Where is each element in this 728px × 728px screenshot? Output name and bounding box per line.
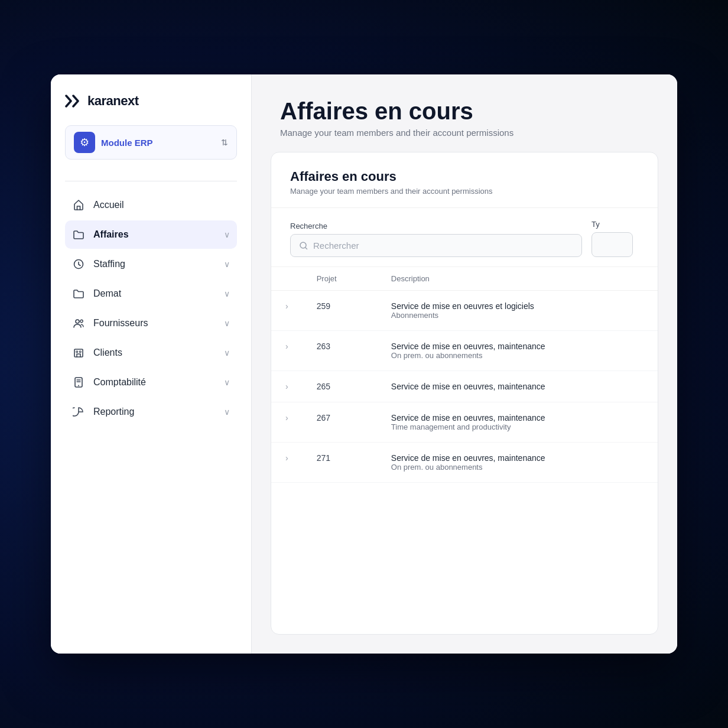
row-chevron-icon[interactable]: › — [285, 301, 288, 311]
search-icon — [299, 241, 308, 251]
home-icon — [72, 199, 85, 212]
table-row[interactable]: › 263 Service de mise en oeuvres, mainte… — [271, 331, 658, 371]
row-expand-cell[interactable]: › — [271, 443, 303, 483]
project-number: 259 — [317, 301, 330, 311]
sidebar-divider — [65, 181, 237, 181]
search-field-wrap: Recherche — [290, 222, 582, 257]
folder-icon — [72, 228, 85, 241]
sidebar-item-demat[interactable]: Demat ∨ — [65, 280, 237, 308]
project-number: 271 — [317, 453, 330, 463]
module-selector[interactable]: ⚙ Module ERP ⇅ — [65, 125, 237, 160]
card-subtitle: Manage your team members and their accou… — [290, 187, 639, 196]
chevron-down-icon-comptabilite: ∨ — [224, 378, 230, 387]
logo-icon — [65, 95, 82, 107]
logo-area: karanext — [65, 93, 237, 109]
description-sub: On prem. ou abonnements — [391, 351, 644, 360]
sidebar: karanext ⚙ Module ERP ⇅ Accueil — [51, 74, 252, 654]
description-cell: Service de mise en oeuvres, maintenance … — [377, 443, 658, 483]
module-label: Module ERP — [101, 138, 215, 148]
description-sub: Abonnements — [391, 311, 644, 320]
description-main: Service de mise en oeuvres, maintenance — [391, 453, 644, 463]
project-number: 265 — [317, 382, 330, 391]
chevron-down-icon-affaires: ∨ — [224, 230, 230, 239]
description-cell: Service de mise en oeuvres, maintenance … — [377, 331, 658, 371]
project-number: 267 — [317, 413, 330, 422]
chevron-down-icon-demat: ∨ — [224, 289, 230, 298]
logo-text: karanext — [87, 93, 139, 109]
table-row[interactable]: › 271 Service de mise en oeuvres, mainte… — [271, 443, 658, 483]
sidebar-item-label-comptabilite: Comptabilité — [93, 377, 216, 388]
sidebar-item-staffing[interactable]: Staffing ∨ — [65, 250, 237, 278]
row-chevron-icon[interactable]: › — [285, 342, 288, 351]
sidebar-item-accueil[interactable]: Accueil — [65, 191, 237, 219]
description-main: Service de mise en oeuvres et logiciels — [391, 301, 644, 311]
chevron-down-icon-clients: ∨ — [224, 348, 230, 358]
table-row[interactable]: › 267 Service de mise en oeuvres, mainte… — [271, 402, 658, 443]
clock-icon — [72, 258, 85, 271]
type-label: Ty — [592, 220, 639, 229]
page-title: Affaires en cours — [280, 98, 649, 124]
description-cell: Service de mise en oeuvres, maintenance … — [377, 402, 658, 443]
svg-point-1 — [76, 320, 79, 323]
sidebar-item-label-affaires: Affaires — [93, 229, 216, 240]
sidebar-item-label-accueil: Accueil — [93, 200, 230, 210]
table-row[interactable]: › 259 Service de mise en oeuvres et logi… — [271, 291, 658, 331]
svg-rect-5 — [80, 351, 82, 353]
sidebar-item-fournisseurs[interactable]: Fournisseurs ∨ — [65, 309, 237, 337]
search-label: Recherche — [290, 222, 582, 230]
row-expand-cell[interactable]: › — [271, 402, 303, 443]
svg-rect-3 — [74, 349, 83, 357]
sidebar-item-label-staffing: Staffing — [93, 259, 216, 269]
sidebar-item-label-demat: Demat — [93, 288, 216, 299]
sidebar-item-label-reporting: Reporting — [93, 407, 216, 417]
affaires-table: Projet Description › 259 Service de mise… — [271, 267, 658, 483]
type-select-placeholder[interactable] — [592, 232, 633, 257]
sidebar-item-clients[interactable]: Clients ∨ — [65, 339, 237, 367]
project-cell: 265 — [303, 371, 377, 402]
description-main: Service de mise en oeuvres, maintenance — [391, 382, 644, 391]
table-container: Projet Description › 259 Service de mise… — [271, 267, 658, 483]
nav-list: Accueil Affaires ∨ — [65, 191, 237, 426]
sidebar-item-label-clients: Clients — [93, 347, 216, 358]
col-expand — [271, 267, 303, 291]
sidebar-item-comptabilite[interactable]: Comptabilité ∨ — [65, 368, 237, 396]
card-header: Affaires en cours Manage your team membe… — [271, 152, 658, 208]
tablet-icon — [72, 376, 85, 389]
project-cell: 271 — [303, 443, 377, 483]
chevron-down-icon-reporting: ∨ — [224, 407, 230, 417]
pie-chart-icon — [72, 405, 85, 418]
search-input[interactable] — [313, 240, 573, 251]
sidebar-item-affaires[interactable]: Affaires ∨ — [65, 220, 237, 249]
description-cell: Service de mise en oeuvres, maintenance — [377, 371, 658, 402]
chevron-down-icon-staffing: ∨ — [224, 259, 230, 269]
row-chevron-icon[interactable]: › — [285, 453, 288, 463]
table-row[interactable]: › 265 Service de mise en oeuvres, mainte… — [271, 371, 658, 402]
row-chevron-icon[interactable]: › — [285, 413, 288, 422]
module-chevron-icon: ⇅ — [221, 138, 228, 147]
row-expand-cell[interactable]: › — [271, 371, 303, 402]
description-sub: Time management and productivity — [391, 422, 644, 431]
search-input-wrap[interactable] — [290, 234, 582, 257]
users-icon — [72, 317, 85, 330]
app-window: karanext ⚙ Module ERP ⇅ Accueil — [51, 74, 677, 654]
sidebar-item-reporting[interactable]: Reporting ∨ — [65, 398, 237, 426]
svg-rect-4 — [76, 351, 78, 353]
row-chevron-icon[interactable]: › — [285, 382, 288, 391]
row-expand-cell[interactable]: › — [271, 291, 303, 331]
description-main: Service de mise en oeuvres, maintenance — [391, 342, 644, 351]
search-bar-row: Recherche Ty — [271, 208, 658, 267]
col-description: Description — [377, 267, 658, 291]
sidebar-item-label-fournisseurs: Fournisseurs — [93, 318, 216, 329]
page-subtitle: Manage your team members and their accou… — [280, 128, 649, 138]
main-header: Affaires en cours Manage your team membe… — [252, 74, 677, 152]
svg-point-2 — [80, 320, 83, 322]
description-cell: Service de mise en oeuvres et logiciels … — [377, 291, 658, 331]
card-title: Affaires en cours — [290, 169, 639, 184]
row-expand-cell[interactable]: › — [271, 331, 303, 371]
col-projet: Projet — [303, 267, 377, 291]
building-icon — [72, 346, 85, 359]
project-cell: 263 — [303, 331, 377, 371]
description-sub: On prem. ou abonnements — [391, 463, 644, 472]
project-number: 263 — [317, 342, 330, 351]
main-content: Affaires en cours Manage your team membe… — [252, 74, 677, 654]
